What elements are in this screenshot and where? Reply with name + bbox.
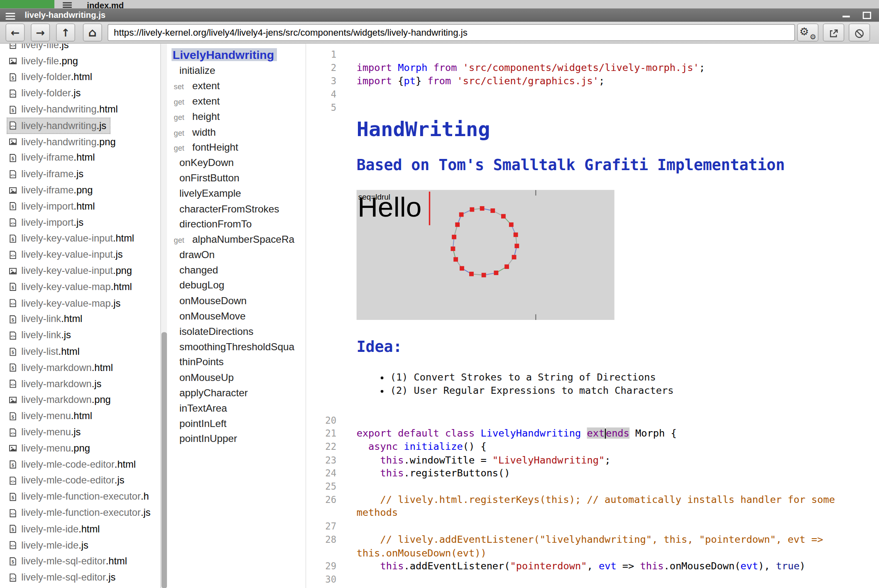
file-item[interactable]: 5lively-mle-sql-editor.html xyxy=(7,553,131,569)
background-window-strip: index.md xyxy=(0,0,879,8)
outline-method[interactable]: getwidth xyxy=(171,124,306,140)
code-line[interactable]: // lively.addEventListener("livelyhandwr… xyxy=(351,533,879,560)
outline-method[interactable]: onMouseMove xyxy=(171,309,306,324)
outline-method[interactable]: initialize xyxy=(171,63,306,79)
js-file-icon: <> xyxy=(8,121,18,130)
outline-method[interactable]: pointInUpper xyxy=(171,432,306,447)
code-line[interactable] xyxy=(351,48,879,61)
file-item[interactable]: <>lively-key-value-map.js xyxy=(7,295,125,311)
code-line[interactable]: async initialize() { xyxy=(351,440,879,454)
code-line[interactable]: this.addEventListener("pointerdown", evt… xyxy=(351,560,879,573)
outline-method[interactable]: onMouseUp xyxy=(171,370,306,385)
file-item[interactable]: <>lively-markdown.js xyxy=(7,376,105,392)
file-item[interactable]: 5lively-key-value-map.html xyxy=(7,279,136,295)
file-item[interactable]: 5lively-iframe.html xyxy=(7,150,99,166)
maximize-icon[interactable] xyxy=(863,12,871,19)
file-item[interactable]: 5lively-menu.html xyxy=(7,408,96,424)
code-line[interactable] xyxy=(351,101,879,115)
code-line[interactable] xyxy=(351,520,879,533)
file-item[interactable]: <>lively-mle-function-executor.js xyxy=(7,505,154,521)
outline-method[interactable]: characterFromStrokes xyxy=(171,201,306,217)
code-line[interactable] xyxy=(351,414,879,427)
code-line[interactable]: this.registerButtons() xyxy=(351,467,879,480)
url-input[interactable] xyxy=(108,24,795,41)
window-titlebar[interactable]: lively-handwriting.js xyxy=(0,8,879,22)
outline-method[interactable]: livelyExample xyxy=(171,186,306,201)
file-item[interactable]: 5lively-mle-ide.html xyxy=(7,521,104,537)
line-number xyxy=(306,320,351,356)
code-line[interactable] xyxy=(351,573,879,586)
file-name-ext: .js xyxy=(71,88,81,99)
settings-gears-button[interactable]: ⚙ ⚙ xyxy=(797,24,818,41)
file-item[interactable]: 5lively-folder.html xyxy=(7,69,96,85)
up-button[interactable]: ↑ xyxy=(56,24,75,41)
outline-method[interactable]: applyCharacter xyxy=(171,385,306,401)
outline-method[interactable]: pointInLeft xyxy=(171,416,306,432)
code-line[interactable] xyxy=(351,88,879,101)
outline-method[interactable]: smoothingThresholdSqua xyxy=(171,339,306,355)
outline-method[interactable]: onMouseDown xyxy=(171,293,306,309)
code-editor[interactable]: 12import Morph from 'src/components/widg… xyxy=(306,44,879,588)
outline-method[interactable]: drawOn xyxy=(171,247,306,263)
back-button[interactable]: ← xyxy=(6,24,25,41)
file-name-base: lively-key-value-map xyxy=(21,281,110,293)
file-item[interactable]: <>lively-mle-ide.js xyxy=(7,537,92,553)
outline-method[interactable]: inTextArea xyxy=(171,401,306,416)
file-item[interactable]: 5lively-markdown.html xyxy=(7,360,117,376)
outline-method[interactable]: onFirstButton xyxy=(171,171,306,186)
file-item[interactable]: <>lively-menu.js xyxy=(7,424,85,440)
file-item[interactable]: <>lively-iframe.js xyxy=(7,166,87,182)
file-item[interactable]: lively-file.png xyxy=(7,53,82,69)
outline-method[interactable]: thinPoints xyxy=(171,355,306,370)
outline-method[interactable]: setextent xyxy=(171,79,306,94)
outline-method[interactable]: getfontHeight xyxy=(171,140,306,155)
file-item[interactable]: 5lively-list.html xyxy=(7,344,83,360)
outline-method[interactable]: debugLog xyxy=(171,278,306,293)
file-item[interactable]: <>lively-key-value-input.js xyxy=(7,247,127,263)
js-file-icon: <> xyxy=(8,170,18,179)
file-item[interactable]: <>lively-mle-sql-editor.js xyxy=(7,569,120,586)
open-external-button[interactable] xyxy=(823,24,844,41)
file-item[interactable]: 5lively-mle-function-executor.h xyxy=(7,489,153,505)
window-menu-icon[interactable] xyxy=(6,11,15,21)
hamburger-icon[interactable] xyxy=(63,1,72,9)
outline-method[interactable]: getextent xyxy=(171,94,306,110)
file-item[interactable]: lively-handwriting.png xyxy=(7,134,120,150)
code-line[interactable]: this.windowTitle = "LivelyHandwriting"; xyxy=(351,454,879,467)
outline-method[interactable]: getalphaNumberSpaceRa xyxy=(171,232,306,247)
file-item[interactable]: <>lively-file.js xyxy=(7,44,73,53)
outline-method[interactable]: getheight xyxy=(171,110,306,125)
outline-method[interactable]: isolateDirections xyxy=(171,324,306,339)
file-item[interactable]: 5lively-import.html xyxy=(7,198,99,215)
file-item[interactable]: <>lively-handwriting.js xyxy=(7,117,110,134)
outline-method[interactable]: changed xyxy=(171,263,306,278)
code-line[interactable]: // lively.html.registerKeys(this); // au… xyxy=(351,493,879,520)
file-item[interactable]: lively-iframe.png xyxy=(7,182,97,198)
outline-class-name[interactable]: LivelyHandwriting xyxy=(171,46,306,63)
file-item[interactable]: <>lively-mle-code-editor.js xyxy=(7,473,128,489)
outline-method[interactable]: onKeyDown xyxy=(171,155,306,171)
minimize-icon[interactable] xyxy=(842,16,850,17)
file-item[interactable]: <>lively-import.js xyxy=(7,215,87,231)
file-item[interactable]: lively-menu.png xyxy=(7,440,94,456)
file-item[interactable]: <>lively-folder.js xyxy=(7,85,85,102)
file-item[interactable]: lively-key-value-input.png xyxy=(7,263,136,279)
outline-label: changed xyxy=(179,264,218,276)
file-item[interactable]: <>lively-link.js xyxy=(7,327,75,344)
file-item[interactable]: 5lively-link.html xyxy=(7,311,86,327)
home-button[interactable]: ⌂ xyxy=(83,24,102,41)
code-line[interactable]: export default class LivelyHandwriting e… xyxy=(351,427,879,440)
forward-button[interactable]: → xyxy=(31,24,50,41)
code-line[interactable]: import Morph from 'src/components/widget… xyxy=(351,61,879,75)
file-item[interactable]: 5lively-mle-code-editor.html xyxy=(7,456,140,473)
outline-method[interactable]: directionFromTo xyxy=(171,217,306,232)
block-button[interactable] xyxy=(849,24,870,41)
file-list-scrollbar[interactable] xyxy=(160,44,167,588)
file-item[interactable]: 5lively-key-value-input.html xyxy=(7,231,138,247)
scrollbar-thumb[interactable] xyxy=(162,332,167,588)
code-line[interactable] xyxy=(351,480,879,493)
file-item[interactable]: lively-markdown.png xyxy=(7,392,115,408)
code-line[interactable]: import {pt} from 'src/client/graphics.js… xyxy=(351,75,879,88)
file-item[interactable]: 5lively-handwriting.html xyxy=(7,102,122,118)
code-line[interactable]: this.extent = lively.pt(400,200) xyxy=(351,586,879,588)
